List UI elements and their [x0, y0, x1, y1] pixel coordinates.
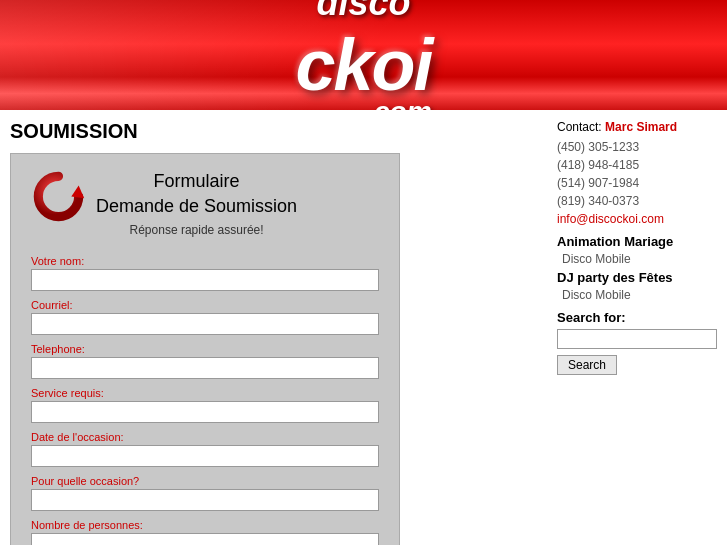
section-item-dj-0: Disco Mobile [557, 288, 717, 302]
page-title: SOUMISSION [10, 120, 547, 143]
label-nom: Votre nom: [31, 255, 379, 267]
input-courriel[interactable] [31, 313, 379, 335]
field-date: Date de l'occasion: [31, 431, 379, 467]
svg-marker-0 [71, 186, 84, 199]
label-date: Date de l'occasion: [31, 431, 379, 443]
logo-main-text: ckoi [295, 24, 431, 106]
left-panel: SOUMISSION [10, 120, 547, 545]
logo-disco-text: disco [316, 0, 410, 24]
field-personnes: Nombre de personnes: [31, 519, 379, 545]
field-telephone: Telephone: [31, 343, 379, 379]
field-service: Service requis: [31, 387, 379, 423]
site-header: disco ckoi .com [0, 0, 727, 110]
submission-form-container: Formulaire Demande de Soumission Réponse… [10, 153, 400, 545]
form-header: Formulaire Demande de Soumission Réponse… [96, 169, 297, 237]
input-nom[interactable] [31, 269, 379, 291]
search-input[interactable] [557, 329, 717, 349]
arrow-icon [31, 169, 86, 224]
contact-info: Contact: Marc Simard [557, 120, 717, 134]
form-header-area: Formulaire Demande de Soumission Réponse… [31, 169, 379, 247]
phone-3: (514) 907-1984 [557, 176, 717, 190]
label-occasion: Pour quelle occasion? [31, 475, 379, 487]
phone-2: (418) 948-4185 [557, 158, 717, 172]
site-logo: disco ckoi .com [295, 0, 431, 110]
input-service[interactable] [31, 401, 379, 423]
input-date[interactable] [31, 445, 379, 467]
field-occasion: Pour quelle occasion? [31, 475, 379, 511]
section-item-mariage-0: Disco Mobile [557, 252, 717, 266]
field-nom: Votre nom: [31, 255, 379, 291]
main-content: SOUMISSION [0, 110, 727, 545]
search-label: Search for: [557, 310, 717, 325]
label-service: Service requis: [31, 387, 379, 399]
form-fields: Votre nom: Courriel: Telephone: Service … [31, 255, 379, 545]
section-heading-dj: DJ party des Fêtes [557, 270, 717, 285]
right-sidebar: Contact: Marc Simard (450) 305-1233 (418… [557, 120, 717, 545]
field-courriel: Courriel: [31, 299, 379, 335]
email-link[interactable]: info@discockoi.com [557, 212, 717, 226]
input-occasion[interactable] [31, 489, 379, 511]
phone-1: (450) 305-1233 [557, 140, 717, 154]
form-subtitle: Réponse rapide assurée! [96, 223, 297, 237]
input-personnes[interactable] [31, 533, 379, 545]
contact-name: Marc Simard [605, 120, 677, 134]
label-telephone: Telephone: [31, 343, 379, 355]
contact-label: Contact: [557, 120, 602, 134]
search-button[interactable]: Search [557, 355, 617, 375]
phone-4: (819) 340-0373 [557, 194, 717, 208]
input-telephone[interactable] [31, 357, 379, 379]
section-heading-mariage: Animation Mariage [557, 234, 717, 249]
label-personnes: Nombre de personnes: [31, 519, 379, 531]
label-courriel: Courriel: [31, 299, 379, 311]
form-title: Formulaire Demande de Soumission [96, 169, 297, 219]
